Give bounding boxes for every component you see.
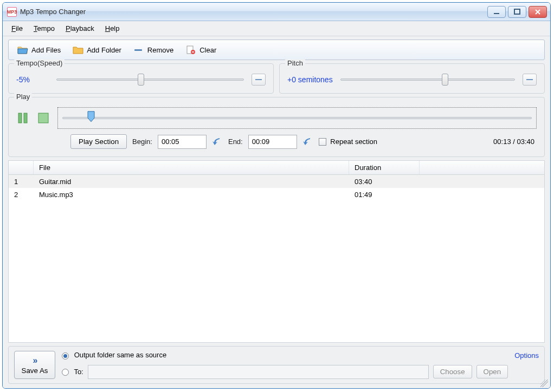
play-section-button[interactable]: Play Section <box>70 134 127 149</box>
set-begin-icon[interactable] <box>212 137 223 147</box>
begin-label: Begin: <box>132 138 152 146</box>
minimize-button[interactable] <box>487 6 506 18</box>
svg-rect-2 <box>134 49 142 51</box>
repeat-section-checkbox[interactable]: Repeat section <box>319 138 377 146</box>
add-folder-button[interactable]: Add Folder <box>67 43 127 57</box>
clear-icon <box>185 45 196 55</box>
stop-icon[interactable] <box>37 112 50 125</box>
begin-input[interactable] <box>158 135 207 149</box>
window-title: Mp3 Tempo Changer <box>20 8 86 16</box>
row-number: 1 <box>9 175 34 188</box>
column-number[interactable] <box>9 161 34 174</box>
remove-label: Remove <box>147 46 173 54</box>
menu-playback[interactable]: Playback <box>61 23 99 34</box>
row-file: Music.mp3 <box>34 188 349 201</box>
end-input[interactable] <box>248 135 297 149</box>
toolbar: Add Files Add Folder Remove Clear <box>8 40 545 60</box>
column-file[interactable]: File <box>34 161 349 174</box>
add-files-label: Add Files <box>31 46 61 54</box>
add-files-button[interactable]: Add Files <box>12 43 66 57</box>
folder-open-icon <box>17 45 28 55</box>
tempo-slider-thumb[interactable] <box>138 74 144 86</box>
column-spacer <box>420 161 544 174</box>
table-row[interactable]: 2Music.mp301:49 <box>9 188 544 201</box>
pitch-reset-button[interactable] <box>523 74 537 86</box>
pitch-slider[interactable] <box>340 74 515 86</box>
play-legend: Play <box>14 93 32 101</box>
repeat-label: Repeat section <box>330 138 377 146</box>
pitch-group: Pitch +0 semitones <box>279 63 545 94</box>
close-button[interactable] <box>529 6 547 18</box>
set-end-icon[interactable] <box>302 137 313 147</box>
pitch-value: +0 semitones <box>287 75 333 84</box>
clear-button[interactable]: Clear <box>180 43 222 57</box>
pause-icon[interactable] <box>16 112 29 125</box>
row-file: Guitar.mid <box>34 175 349 188</box>
remove-button[interactable]: Remove <box>128 43 179 57</box>
tempo-legend: Tempo(Speed) <box>14 59 65 67</box>
row-duration: 01:49 <box>349 188 420 201</box>
options-link[interactable]: Options <box>514 351 539 360</box>
folder-icon <box>73 45 83 55</box>
save-as-label: Save As <box>22 367 48 375</box>
play-group: Play Play Section Begi <box>8 97 545 157</box>
menubar: File Tempo Playback Help <box>3 21 550 36</box>
output-to-label: To: <box>74 368 83 376</box>
menu-tempo[interactable]: Tempo <box>29 23 59 34</box>
minus-icon <box>133 45 144 55</box>
end-label: End: <box>228 138 243 146</box>
progress-thumb[interactable] <box>87 111 95 123</box>
tempo-reset-button[interactable] <box>252 74 266 86</box>
file-list-header: File Duration <box>9 161 544 175</box>
radio-icon <box>62 369 69 376</box>
pitch-slider-thumb[interactable] <box>442 74 448 86</box>
menu-file[interactable]: File <box>7 23 27 34</box>
time-status: 00:13 / 03:40 <box>493 138 537 146</box>
tempo-value: -5% <box>16 75 49 84</box>
output-path-input[interactable] <box>88 365 429 379</box>
row-number: 2 <box>9 188 34 201</box>
row-duration: 03:40 <box>349 175 420 188</box>
add-folder-label: Add Folder <box>87 46 121 54</box>
radio-icon <box>62 352 69 360</box>
menu-help[interactable]: Help <box>101 23 124 34</box>
clear-label: Clear <box>199 46 216 54</box>
tempo-slider[interactable] <box>56 74 244 86</box>
progress-slider[interactable] <box>57 107 537 129</box>
svg-rect-0 <box>494 13 499 14</box>
column-duration[interactable]: Duration <box>349 161 420 174</box>
file-list: File Duration 1Guitar.mid03:402Music.mp3… <box>8 160 545 343</box>
svg-rect-7 <box>38 113 48 123</box>
svg-rect-5 <box>18 113 22 123</box>
app-icon: MP3 <box>7 7 17 17</box>
maximize-button[interactable] <box>508 6 526 18</box>
open-button[interactable]: Open <box>476 365 508 378</box>
table-row[interactable]: 1Guitar.mid03:40 <box>9 175 544 188</box>
output-same-label: Output folder same as source <box>74 351 167 359</box>
tempo-group: Tempo(Speed) -5% <box>8 63 274 94</box>
pitch-legend: Pitch <box>285 59 305 67</box>
resize-grip[interactable] <box>540 380 548 387</box>
checkbox-icon <box>319 138 326 146</box>
titlebar: MP3 Mp3 Tempo Changer <box>3 3 550 21</box>
svg-rect-6 <box>24 113 27 123</box>
save-as-button[interactable]: » Save As <box>14 351 55 379</box>
output-same-radio[interactable]: Output folder same as source <box>62 351 166 359</box>
svg-rect-1 <box>514 9 520 14</box>
chevrons-right-icon: » <box>33 356 37 365</box>
app-window: MP3 Mp3 Tempo Changer File Tempo Playbac… <box>2 2 551 389</box>
output-to-radio[interactable]: To: <box>62 368 83 376</box>
output-bar: » Save As Output folder same as source T… <box>8 346 545 384</box>
choose-button[interactable]: Choose <box>433 365 472 378</box>
